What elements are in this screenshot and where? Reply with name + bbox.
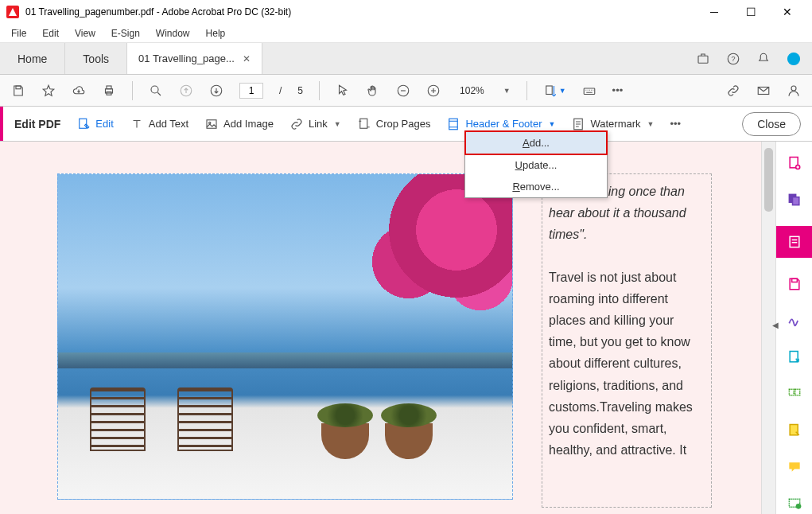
header-footer-label: Header & Footer — [465, 118, 542, 130]
svg-point-8 — [151, 86, 158, 93]
pointer-icon[interactable] — [336, 84, 350, 98]
rail-combine-icon[interactable] — [784, 189, 805, 210]
document-image-region[interactable] — [57, 173, 513, 500]
add-image-label: Add Image — [223, 118, 274, 130]
rail-export-icon[interactable] — [784, 347, 805, 368]
maximize-button[interactable]: ☐ — [732, 0, 769, 24]
zoom-out-icon[interactable] — [396, 84, 410, 98]
svg-rect-0 — [698, 56, 708, 63]
tools-tab[interactable]: Tools — [65, 43, 127, 74]
rail-create-pdf-icon[interactable] — [784, 153, 805, 173]
rail-edit-pdf-icon[interactable] — [776, 226, 813, 258]
document-tab[interactable]: 01 Travelling_page... ✕ — [127, 43, 262, 74]
svg-rect-26 — [792, 197, 798, 205]
more-tools-icon[interactable]: ••• — [612, 84, 624, 96]
document-tab-label: 01 Travelling_page... — [138, 53, 235, 64]
star-icon[interactable] — [41, 84, 56, 98]
app-icon — [6, 6, 19, 18]
svg-point-3 — [788, 53, 800, 64]
search-icon[interactable] — [149, 84, 163, 98]
page-number-input[interactable] — [239, 83, 263, 99]
profile-icon[interactable] — [787, 84, 801, 98]
menu-window[interactable]: Window — [148, 26, 198, 41]
crop-label: Crop Pages — [376, 118, 431, 130]
rail-save-icon[interactable] — [784, 274, 805, 294]
share-icon[interactable] — [696, 52, 710, 66]
minimize-button[interactable]: ─ — [696, 0, 732, 24]
svg-rect-4 — [16, 86, 21, 89]
home-tab[interactable]: Home — [0, 43, 65, 74]
fit-width-icon[interactable]: ▼ — [543, 84, 566, 98]
save-icon[interactable] — [11, 84, 25, 98]
rail-compress-icon[interactable] — [784, 420, 805, 441]
menu-help[interactable]: Help — [198, 26, 234, 41]
hand-icon[interactable] — [366, 84, 380, 98]
email-icon[interactable] — [756, 84, 771, 98]
edit-pdf-title: Edit PDF — [14, 118, 60, 130]
watermark-tool[interactable]: Watermark ▼ — [571, 117, 654, 131]
dropdown-remove[interactable]: Remove... — [465, 176, 607, 197]
document-body: Travel is not just about roaming into di… — [549, 267, 705, 461]
menu-edit[interactable]: Edit — [34, 26, 67, 41]
svg-rect-14 — [584, 88, 595, 95]
document-text-region[interactable]: ee something once than hear about it a t… — [542, 173, 712, 508]
rail-expand-icon[interactable]: ◀ — [771, 317, 779, 333]
svg-rect-31 — [795, 389, 799, 395]
close-editbar-button[interactable]: Close — [742, 112, 801, 136]
keyboard-icon[interactable] — [582, 84, 596, 98]
edit-tool[interactable]: Edit — [76, 117, 113, 131]
cloud-icon[interactable] — [72, 84, 86, 98]
crop-tool[interactable]: Crop Pages — [357, 117, 431, 131]
edit-tool-label: Edit — [95, 118, 113, 130]
next-page-icon[interactable] — [209, 84, 223, 98]
header-footer-tool[interactable]: Header & Footer ▼ — [446, 117, 555, 131]
rail-organize-icon[interactable] — [784, 384, 805, 404]
svg-text:?: ? — [731, 55, 735, 63]
svg-rect-13 — [546, 86, 552, 95]
svg-point-34 — [795, 504, 801, 509]
add-image-tool[interactable]: Add Image — [204, 117, 274, 131]
right-tool-rail: ◀ — [775, 142, 812, 514]
scrollbar-thumb[interactable] — [764, 148, 773, 212]
editbar-more-icon[interactable]: ••• — [670, 118, 681, 130]
dropdown-add[interactable]: AAdd...dd... — [464, 130, 608, 155]
svg-rect-20 — [360, 119, 367, 128]
add-text-label: Add Text — [149, 118, 188, 130]
svg-rect-27 — [790, 236, 799, 247]
link-chevron-icon: ▼ — [334, 120, 341, 128]
svg-rect-28 — [791, 278, 797, 282]
zoom-value[interactable]: 102% — [457, 84, 488, 98]
menu-view[interactable]: View — [67, 26, 103, 41]
svg-rect-30 — [789, 389, 794, 395]
svg-rect-18 — [207, 119, 216, 128]
account-icon[interactable] — [787, 52, 801, 66]
page-sep: / — [279, 85, 282, 96]
menu-file[interactable]: File — [3, 26, 34, 41]
print-icon[interactable] — [102, 84, 116, 98]
document-canvas[interactable]: ee something once than hear about it a t… — [0, 142, 761, 514]
svg-point-16 — [791, 86, 796, 91]
rail-protect-icon[interactable] — [784, 493, 805, 514]
close-tab-icon[interactable]: ✕ — [243, 53, 251, 64]
prev-page-icon[interactable] — [179, 84, 193, 98]
rail-comment-icon[interactable] — [784, 457, 805, 477]
link-tool[interactable]: Link ▼ — [289, 117, 341, 131]
svg-rect-29 — [790, 352, 798, 362]
zoom-dropdown-icon[interactable]: ▼ — [503, 87, 511, 95]
accent-bar — [0, 107, 3, 141]
header-footer-chevron-icon: ▼ — [549, 120, 556, 128]
link-tool-icon[interactable] — [726, 84, 740, 98]
watermark-label: Watermark — [590, 118, 640, 130]
zoom-in-icon[interactable] — [426, 84, 441, 98]
dropdown-update[interactable]: Update... — [465, 154, 607, 176]
svg-rect-21 — [449, 119, 458, 130]
menu-esign[interactable]: E-Sign — [103, 26, 148, 41]
help-icon[interactable]: ? — [726, 52, 740, 66]
close-window-button[interactable]: ✕ — [769, 0, 806, 24]
svg-rect-32 — [790, 425, 798, 435]
rail-sign-icon[interactable] — [784, 310, 805, 331]
bell-icon[interactable] — [756, 52, 771, 66]
page-total: 5 — [297, 85, 303, 96]
svg-rect-6 — [107, 86, 111, 89]
add-text-tool[interactable]: Add Text — [130, 117, 188, 131]
